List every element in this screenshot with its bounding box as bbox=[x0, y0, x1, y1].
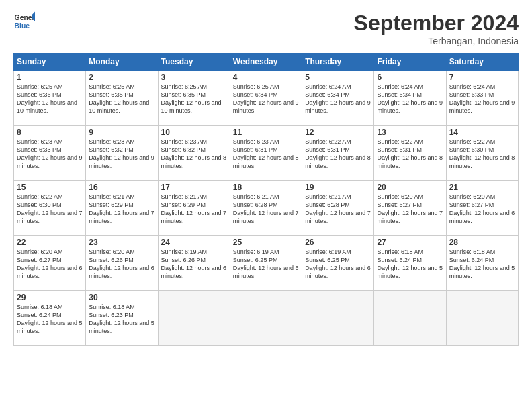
day-number: 15 bbox=[17, 183, 83, 192]
cell-info: Sunrise: 6:24 AMSunset: 6:34 PMDaylight:… bbox=[377, 83, 443, 116]
cell-info: Sunrise: 6:21 AMSunset: 6:29 PMDaylight:… bbox=[161, 193, 227, 226]
day-number: 11 bbox=[233, 128, 299, 137]
title-block: September 2024 Terbangan, Indonesia bbox=[354, 11, 519, 46]
calendar-cell: 15Sunrise: 6:22 AMSunset: 6:30 PMDayligh… bbox=[14, 181, 86, 236]
day-number: 20 bbox=[377, 183, 443, 192]
day-number: 6 bbox=[377, 73, 443, 82]
day-number: 27 bbox=[377, 238, 443, 247]
calendar-cell bbox=[158, 291, 230, 346]
day-number: 23 bbox=[89, 238, 154, 247]
logo: General Blue bbox=[13, 11, 35, 32]
page: General Blue September 2024 Terbangan, I… bbox=[0, 0, 532, 411]
day-of-week-header: Thursday bbox=[302, 54, 374, 71]
cell-info: Sunrise: 6:21 AMSunset: 6:29 PMDaylight:… bbox=[89, 193, 154, 226]
calendar-cell: 1Sunrise: 6:25 AMSunset: 6:36 PMDaylight… bbox=[14, 71, 86, 126]
calendar-cell bbox=[446, 291, 518, 346]
header: General Blue September 2024 Terbangan, I… bbox=[13, 11, 519, 46]
calendar-cell: 19Sunrise: 6:21 AMSunset: 6:28 PMDayligh… bbox=[302, 181, 374, 236]
day-number: 26 bbox=[305, 238, 371, 247]
calendar-cell: 22Sunrise: 6:20 AMSunset: 6:27 PMDayligh… bbox=[14, 236, 86, 291]
cell-info: Sunrise: 6:22 AMSunset: 6:31 PMDaylight:… bbox=[305, 138, 371, 171]
day-number: 19 bbox=[305, 183, 371, 192]
calendar-cell: 20Sunrise: 6:20 AMSunset: 6:27 PMDayligh… bbox=[374, 181, 446, 236]
day-number: 10 bbox=[161, 128, 227, 137]
cell-info: Sunrise: 6:22 AMSunset: 6:30 PMDaylight:… bbox=[449, 138, 515, 171]
cell-info: Sunrise: 6:20 AMSunset: 6:26 PMDaylight:… bbox=[89, 248, 154, 281]
cell-info: Sunrise: 6:25 AMSunset: 6:34 PMDaylight:… bbox=[233, 83, 299, 116]
cell-info: Sunrise: 6:23 AMSunset: 6:32 PMDaylight:… bbox=[89, 138, 154, 171]
calendar-cell: 24Sunrise: 6:19 AMSunset: 6:26 PMDayligh… bbox=[158, 236, 230, 291]
cell-info: Sunrise: 6:18 AMSunset: 6:24 PMDaylight:… bbox=[17, 303, 83, 336]
calendar-cell: 30Sunrise: 6:18 AMSunset: 6:23 PMDayligh… bbox=[86, 291, 158, 346]
cell-info: Sunrise: 6:19 AMSunset: 6:26 PMDaylight:… bbox=[161, 248, 227, 281]
cell-info: Sunrise: 6:19 AMSunset: 6:25 PMDaylight:… bbox=[305, 248, 371, 281]
day-number: 3 bbox=[161, 73, 227, 82]
cell-info: Sunrise: 6:20 AMSunset: 6:27 PMDaylight:… bbox=[17, 248, 83, 281]
day-number: 16 bbox=[89, 183, 154, 192]
day-number: 7 bbox=[449, 73, 515, 82]
cell-info: Sunrise: 6:18 AMSunset: 6:24 PMDaylight:… bbox=[449, 248, 515, 281]
day-number: 24 bbox=[161, 238, 227, 247]
calendar-week-row: 1Sunrise: 6:25 AMSunset: 6:36 PMDaylight… bbox=[14, 71, 519, 126]
day-number: 30 bbox=[89, 293, 154, 302]
cell-info: Sunrise: 6:24 AMSunset: 6:33 PMDaylight:… bbox=[449, 83, 515, 116]
calendar-cell: 11Sunrise: 6:23 AMSunset: 6:31 PMDayligh… bbox=[230, 126, 302, 181]
calendar-cell: 8Sunrise: 6:23 AMSunset: 6:33 PMDaylight… bbox=[14, 126, 86, 181]
calendar-cell: 10Sunrise: 6:23 AMSunset: 6:32 PMDayligh… bbox=[158, 126, 230, 181]
calendar-cell: 7Sunrise: 6:24 AMSunset: 6:33 PMDaylight… bbox=[446, 71, 518, 126]
calendar-cell: 29Sunrise: 6:18 AMSunset: 6:24 PMDayligh… bbox=[14, 291, 86, 346]
calendar-cell: 27Sunrise: 6:18 AMSunset: 6:24 PMDayligh… bbox=[374, 236, 446, 291]
day-number: 17 bbox=[161, 183, 227, 192]
day-number: 4 bbox=[233, 73, 299, 82]
cell-info: Sunrise: 6:18 AMSunset: 6:24 PMDaylight:… bbox=[377, 248, 443, 281]
calendar-cell: 12Sunrise: 6:22 AMSunset: 6:31 PMDayligh… bbox=[302, 126, 374, 181]
svg-text:Blue: Blue bbox=[15, 22, 30, 30]
cell-info: Sunrise: 6:25 AMSunset: 6:35 PMDaylight:… bbox=[161, 83, 227, 116]
calendar-header-row: SundayMondayTuesdayWednesdayThursdayFrid… bbox=[14, 54, 519, 71]
calendar-cell: 28Sunrise: 6:18 AMSunset: 6:24 PMDayligh… bbox=[446, 236, 518, 291]
calendar-cell: 14Sunrise: 6:22 AMSunset: 6:30 PMDayligh… bbox=[446, 126, 518, 181]
calendar-cell: 9Sunrise: 6:23 AMSunset: 6:32 PMDaylight… bbox=[86, 126, 158, 181]
day-number: 25 bbox=[233, 238, 299, 247]
calendar-cell: 18Sunrise: 6:21 AMSunset: 6:28 PMDayligh… bbox=[230, 181, 302, 236]
cell-info: Sunrise: 6:20 AMSunset: 6:27 PMDaylight:… bbox=[449, 193, 515, 226]
cell-info: Sunrise: 6:22 AMSunset: 6:30 PMDaylight:… bbox=[17, 193, 83, 226]
calendar-cell: 25Sunrise: 6:19 AMSunset: 6:25 PMDayligh… bbox=[230, 236, 302, 291]
cell-info: Sunrise: 6:21 AMSunset: 6:28 PMDaylight:… bbox=[305, 193, 371, 226]
calendar-cell: 4Sunrise: 6:25 AMSunset: 6:34 PMDaylight… bbox=[230, 71, 302, 126]
day-of-week-header: Saturday bbox=[446, 54, 518, 71]
cell-info: Sunrise: 6:21 AMSunset: 6:28 PMDaylight:… bbox=[233, 193, 299, 226]
day-of-week-header: Tuesday bbox=[158, 54, 230, 71]
day-number: 14 bbox=[449, 128, 515, 137]
day-number: 1 bbox=[17, 73, 83, 82]
subtitle: Terbangan, Indonesia bbox=[354, 36, 519, 46]
day-of-week-header: Sunday bbox=[14, 54, 86, 71]
day-of-week-header: Wednesday bbox=[230, 54, 302, 71]
calendar-cell bbox=[374, 291, 446, 346]
calendar-cell: 5Sunrise: 6:24 AMSunset: 6:34 PMDaylight… bbox=[302, 71, 374, 126]
day-number: 22 bbox=[17, 238, 83, 247]
calendar-week-row: 15Sunrise: 6:22 AMSunset: 6:30 PMDayligh… bbox=[14, 181, 519, 236]
cell-info: Sunrise: 6:25 AMSunset: 6:35 PMDaylight:… bbox=[89, 83, 154, 116]
calendar-cell: 13Sunrise: 6:22 AMSunset: 6:31 PMDayligh… bbox=[374, 126, 446, 181]
day-number: 8 bbox=[17, 128, 83, 137]
cell-info: Sunrise: 6:23 AMSunset: 6:31 PMDaylight:… bbox=[233, 138, 299, 171]
calendar-cell: 16Sunrise: 6:21 AMSunset: 6:29 PMDayligh… bbox=[86, 181, 158, 236]
calendar-cell: 6Sunrise: 6:24 AMSunset: 6:34 PMDaylight… bbox=[374, 71, 446, 126]
calendar-cell: 23Sunrise: 6:20 AMSunset: 6:26 PMDayligh… bbox=[86, 236, 158, 291]
calendar-week-row: 22Sunrise: 6:20 AMSunset: 6:27 PMDayligh… bbox=[14, 236, 519, 291]
day-number: 5 bbox=[305, 73, 371, 82]
month-title: September 2024 bbox=[354, 11, 519, 36]
day-number: 21 bbox=[449, 183, 515, 192]
calendar-table: SundayMondayTuesdayWednesdayThursdayFrid… bbox=[13, 53, 519, 346]
day-number: 29 bbox=[17, 293, 83, 302]
calendar-cell: 17Sunrise: 6:21 AMSunset: 6:29 PMDayligh… bbox=[158, 181, 230, 236]
cell-info: Sunrise: 6:23 AMSunset: 6:33 PMDaylight:… bbox=[17, 138, 83, 171]
cell-info: Sunrise: 6:20 AMSunset: 6:27 PMDaylight:… bbox=[377, 193, 443, 226]
cell-info: Sunrise: 6:25 AMSunset: 6:36 PMDaylight:… bbox=[17, 83, 83, 116]
cell-info: Sunrise: 6:23 AMSunset: 6:32 PMDaylight:… bbox=[161, 138, 227, 171]
cell-info: Sunrise: 6:22 AMSunset: 6:31 PMDaylight:… bbox=[377, 138, 443, 171]
calendar-cell: 2Sunrise: 6:25 AMSunset: 6:35 PMDaylight… bbox=[86, 71, 158, 126]
calendar-cell: 3Sunrise: 6:25 AMSunset: 6:35 PMDaylight… bbox=[158, 71, 230, 126]
calendar-week-row: 29Sunrise: 6:18 AMSunset: 6:24 PMDayligh… bbox=[14, 291, 519, 346]
